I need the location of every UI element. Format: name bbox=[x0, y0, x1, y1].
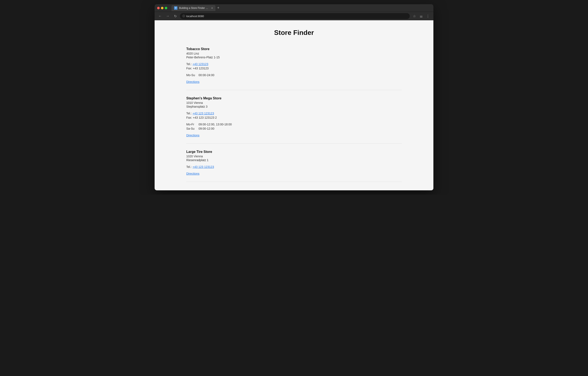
browser-titlebar: V Building a Store Finder with St × + bbox=[155, 4, 433, 12]
tel-label: Tel.: bbox=[186, 165, 192, 168]
page-content: Store Finder Tobacco Store 4020 Linz Pet… bbox=[155, 20, 433, 190]
hours-days: Mo-Fr bbox=[186, 123, 197, 126]
back-button[interactable]: ← bbox=[157, 13, 163, 19]
hours-time: 09:00-12:00 bbox=[199, 127, 214, 130]
store-tel: Tel.: +43 123 123123 bbox=[186, 165, 402, 168]
directions-link[interactable]: Directions bbox=[186, 172, 200, 175]
maximize-button[interactable] bbox=[165, 7, 167, 9]
hours-days: Sa-Su bbox=[186, 127, 197, 130]
store-name: Tobacco Store bbox=[186, 47, 402, 51]
active-tab[interactable]: V Building a Store Finder with St × bbox=[171, 5, 215, 11]
new-tab-button[interactable]: + bbox=[217, 6, 220, 10]
store-directions: Directions bbox=[186, 80, 402, 84]
store-item: Large Tire Store 1020 Vienna Riesenradpl… bbox=[186, 144, 402, 182]
browser-window: V Building a Store Finder with St × + ← … bbox=[155, 4, 433, 190]
fax-label: Fax: +43 123123 bbox=[186, 66, 209, 70]
page-title: Store Finder bbox=[186, 29, 402, 37]
store-hours-row: Mo-Su 00:00-24:00 bbox=[186, 73, 402, 77]
profile-icon[interactable]: ⚌ bbox=[418, 13, 424, 19]
store-city: 1020 Vienna bbox=[186, 155, 402, 158]
store-street: Peter-Behrens-Platz 1-15 bbox=[186, 55, 402, 59]
traffic-lights bbox=[157, 7, 167, 9]
tel-label: Tel.: bbox=[186, 112, 192, 115]
forward-button[interactable]: → bbox=[165, 13, 171, 19]
store-name: Stephen's Mega Store bbox=[186, 96, 402, 100]
store-directions: Directions bbox=[186, 172, 402, 175]
store-hours: Mo-Su 00:00-24:00 bbox=[186, 73, 402, 77]
tel-link[interactable]: +43 123123 bbox=[193, 62, 208, 66]
fax-label: Fax: +43 123 123123 2 bbox=[186, 116, 217, 119]
store-street: Riesenradplatz 1 bbox=[186, 158, 402, 162]
bookmark-icon[interactable]: ☆ bbox=[411, 13, 417, 19]
store-item: Stephen's Mega Store 1010 Vienna Stephan… bbox=[186, 90, 402, 144]
tab-favicon-icon: V bbox=[174, 6, 178, 10]
store-directions: Directions bbox=[186, 134, 402, 137]
browser-toolbar: ← → ↻ ⓘ localhost:8080 ☆ ⚌ ⋮ bbox=[155, 12, 433, 20]
store-tel: Tel.: +43 123123 bbox=[186, 62, 402, 66]
store-fax: Fax: +43 123123 bbox=[186, 66, 402, 70]
lock-icon: ⓘ bbox=[182, 14, 185, 18]
reload-button[interactable]: ↻ bbox=[172, 13, 178, 19]
address-text: localhost:8080 bbox=[186, 15, 204, 18]
store-item: Tobacco Store 4020 Linz Peter-Behrens-Pl… bbox=[186, 47, 402, 90]
tab-bar: V Building a Store Finder with St × + bbox=[171, 5, 431, 11]
hours-days: Mo-Su bbox=[186, 73, 197, 77]
store-street: Stephansplatz 3 bbox=[186, 105, 402, 108]
store-hours: Mo-Fr 09:00-12:00, 13:00-18:00 Sa-Su 09:… bbox=[186, 123, 402, 130]
store-hours-row: Sa-Su 09:00-12:00 bbox=[186, 127, 402, 130]
tel-link[interactable]: +43 123 123123 bbox=[193, 165, 214, 168]
store-tel: Tel.: +43 123 123123 bbox=[186, 112, 402, 115]
store-hours-row: Mo-Fr 09:00-12:00, 13:00-18:00 bbox=[186, 123, 402, 126]
toolbar-actions: ☆ ⚌ ⋮ bbox=[411, 13, 431, 19]
tab-title: Building a Store Finder with St bbox=[179, 7, 209, 10]
store-city: 4020 Linz bbox=[186, 52, 402, 55]
tel-link[interactable]: +43 123 123123 bbox=[193, 112, 214, 115]
hours-time: 00:00-24:00 bbox=[199, 73, 214, 77]
store-name: Large Tire Store bbox=[186, 150, 402, 154]
page-inner: Store Finder Tobacco Store 4020 Linz Pet… bbox=[178, 29, 410, 182]
close-button[interactable] bbox=[157, 7, 160, 9]
store-fax: Fax: +43 123 123123 2 bbox=[186, 116, 402, 119]
minimize-button[interactable] bbox=[161, 7, 163, 9]
store-list: Tobacco Store 4020 Linz Peter-Behrens-Pl… bbox=[186, 47, 402, 182]
hours-time: 09:00-12:00, 13:00-18:00 bbox=[199, 123, 232, 126]
directions-link[interactable]: Directions bbox=[186, 134, 200, 137]
tab-close-icon[interactable]: × bbox=[211, 6, 213, 10]
menu-icon[interactable]: ⋮ bbox=[425, 13, 431, 19]
directions-link[interactable]: Directions bbox=[186, 80, 200, 84]
store-city: 1010 Vienna bbox=[186, 101, 402, 104]
address-bar[interactable]: ⓘ localhost:8080 bbox=[180, 13, 410, 19]
tel-label: Tel.: bbox=[186, 62, 192, 66]
